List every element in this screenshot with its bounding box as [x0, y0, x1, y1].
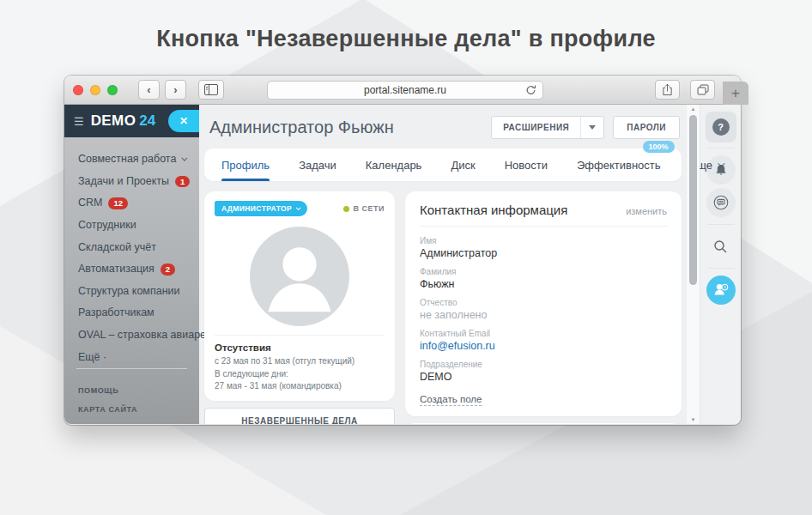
extensions-dropdown-toggle[interactable]	[580, 117, 603, 138]
online-status-label: В СЕТИ	[354, 204, 385, 213]
help-button[interactable]: ?	[706, 112, 736, 142]
tab-label: Календарь	[366, 159, 422, 172]
sidebar-footer: ПОМОЩЬ КАРТА САЙТА НАСТРОИТЬ МЕНЮ	[64, 368, 199, 424]
field-last-name: Фамилия Фьюжн	[420, 267, 667, 290]
absence-line: 27 мая - 31 мая (командировка)	[215, 380, 385, 393]
url-text: portal.sitename.ru	[364, 84, 446, 96]
sidebar-item-employees[interactable]: Сотрудники	[64, 215, 199, 237]
search-icon	[713, 239, 728, 254]
tab-calendar[interactable]: Календарь	[366, 148, 422, 181]
about-me-card: Обо мне	[405, 423, 682, 424]
sidebar-item-label: Ещё ·	[78, 351, 106, 365]
scroll-down-arrow-icon[interactable]: ▼	[687, 417, 700, 422]
sidebar-item-oval[interactable]: OVAL – страховка авиаре...	[64, 324, 199, 347]
chevron-down-icon	[182, 155, 188, 161]
toolbar-right-buttons	[655, 80, 715, 100]
profile-tabbar: Профиль Задачи Календарь Диск Новости Эф…	[204, 148, 682, 181]
profile-card: АДМИНИСТРАТОР В СЕТИ	[204, 191, 395, 401]
new-tab-button[interactable]: +	[723, 82, 748, 105]
share-icon	[662, 83, 673, 96]
passwords-button[interactable]: ПАРОЛИ	[613, 116, 680, 139]
back-button[interactable]: ‹	[138, 80, 160, 100]
create-field-link[interactable]: Создать поле	[420, 394, 482, 406]
absence-line: В следующие дни:	[215, 368, 385, 381]
zoom-window-button[interactable]	[107, 85, 118, 95]
tab-tasks[interactable]: Задачи	[299, 148, 336, 181]
sidebar-item-label: CRM	[78, 197, 102, 210]
chevron-down-icon	[296, 205, 301, 210]
minimize-window-button[interactable]	[90, 85, 100, 95]
chevron-right-icon: ›	[173, 83, 177, 96]
efficiency-badge: 100%	[643, 141, 675, 153]
sidebar-link-help[interactable]: ПОМОЩЬ	[64, 381, 199, 400]
sidebar-toggle-button[interactable]	[198, 80, 224, 100]
question-mark-icon: ?	[712, 118, 730, 136]
page-title: Кнопка "Незавершенные дела" в профиле	[0, 26, 812, 52]
field-label: Фамилия	[420, 267, 667, 276]
content-scrollbar[interactable]: ▲ ▼	[686, 105, 700, 424]
sidebar-item-label: Автоматизация	[78, 263, 155, 276]
address-bar[interactable]: portal.sitename.ru	[267, 81, 543, 100]
unfinished-tasks-button[interactable]: НЕЗАВЕРШЕННЫЕ ДЕЛА	[204, 408, 395, 425]
passwords-button-label: ПАРОЛИ	[614, 117, 679, 138]
sidebar-item-inventory[interactable]: Складской учёт	[64, 237, 199, 259]
cards-row: АДМИНИСТРАТОР В СЕТИ	[204, 191, 682, 424]
info-column: Контактная информация изменить Имя Админ…	[405, 191, 682, 424]
sidebar-item-automation[interactable]: Автоматизация 2	[64, 258, 199, 281]
main-content: Администратор Фьюжн РАСШИРЕНИЯ ПАРОЛИ П	[199, 105, 686, 424]
field-value: DEMO	[420, 371, 667, 383]
sidebar-item-more[interactable]: Ещё ·	[64, 347, 199, 369]
role-badge[interactable]: АДМИНИСТРАТОР	[215, 201, 307, 216]
menu-hamburger-icon[interactable]: ☰	[74, 115, 84, 128]
scroll-up-arrow-icon[interactable]: ▲	[687, 106, 700, 112]
sidebar-menu: Совместная работа Задачи и Проекты 1 CRM…	[64, 137, 199, 368]
sidebar-item-label: Складской учёт	[78, 241, 156, 255]
share-button[interactable]	[655, 80, 680, 100]
role-badge-label: АДМИНИСТРАТОР	[221, 204, 292, 213]
sidebar-item-label: Структура компании	[78, 285, 180, 299]
email-link[interactable]: info@efusion.ru	[420, 340, 667, 352]
tab-efficiency[interactable]: Эффективность 100%	[577, 148, 661, 181]
counter-badge: 1	[175, 176, 190, 188]
divider	[707, 268, 735, 269]
edit-link[interactable]: изменить	[626, 206, 667, 216]
browser-toolbar: ‹ › portal.sitename.ru	[64, 76, 741, 105]
divider	[707, 224, 735, 225]
tab-drive[interactable]: Диск	[451, 148, 475, 181]
search-button[interactable]	[706, 232, 736, 261]
sidebar-item-label: Задачи и Проекты	[78, 175, 169, 189]
field-label: Имя	[420, 236, 667, 245]
sidebar-item-company-structure[interactable]: Структура компании	[64, 281, 199, 303]
tab-label: Задачи	[299, 159, 336, 172]
sidebar-item-tasks-projects[interactable]: Задачи и Проекты 1	[64, 171, 199, 193]
sidebar-panel-icon	[204, 84, 218, 95]
sidebar-link-configure-menu[interactable]: НАСТРОИТЬ МЕНЮ	[64, 419, 199, 424]
chat-bubble-icon	[713, 195, 729, 210]
scrollbar-thumb[interactable]	[689, 115, 697, 285]
messenger-button[interactable]	[706, 188, 736, 217]
field-value: не заполнено	[420, 309, 667, 321]
extensions-button[interactable]: РАСШИРЕНИЯ	[491, 116, 604, 139]
brand-suffix: 24	[139, 112, 155, 130]
tab-label: Эффективность	[577, 159, 661, 172]
tab-news[interactable]: Новости	[505, 148, 548, 181]
close-window-button[interactable]	[73, 85, 83, 95]
contact-info-card: Контактная информация изменить Имя Админ…	[405, 191, 682, 416]
sidebar-item-crm[interactable]: CRM 12	[64, 192, 199, 215]
header-actions: РАСШИРЕНИЯ ПАРОЛИ	[491, 116, 680, 139]
refresh-button[interactable]	[525, 84, 536, 99]
field-value: Администратор	[420, 247, 667, 259]
tabs-overview-icon	[697, 84, 709, 95]
forward-button[interactable]: ›	[165, 80, 186, 100]
sidebar-item-developers[interactable]: Разработчикам	[64, 302, 199, 324]
avatar[interactable]	[215, 227, 385, 326]
show-tabs-button[interactable]	[690, 80, 715, 100]
sidebar-item-collaboration[interactable]: Совместная работа	[64, 148, 199, 171]
browser-viewport: ☰ DEMO 24 ✕ Совместная работа Задачи и П…	[64, 105, 741, 424]
profile-header: Администратор Фьюжн РАСШИРЕНИЯ ПАРОЛИ	[203, 113, 683, 148]
tab-profile[interactable]: Профиль	[221, 148, 270, 181]
worktime-profile-button[interactable]	[706, 276, 736, 305]
sidebar-close-button[interactable]: ✕	[168, 110, 199, 132]
profile-badges: АДМИНИСТРАТОР В СЕТИ	[215, 201, 385, 216]
sidebar-link-sitemap[interactable]: КАРТА САЙТА	[64, 400, 199, 419]
